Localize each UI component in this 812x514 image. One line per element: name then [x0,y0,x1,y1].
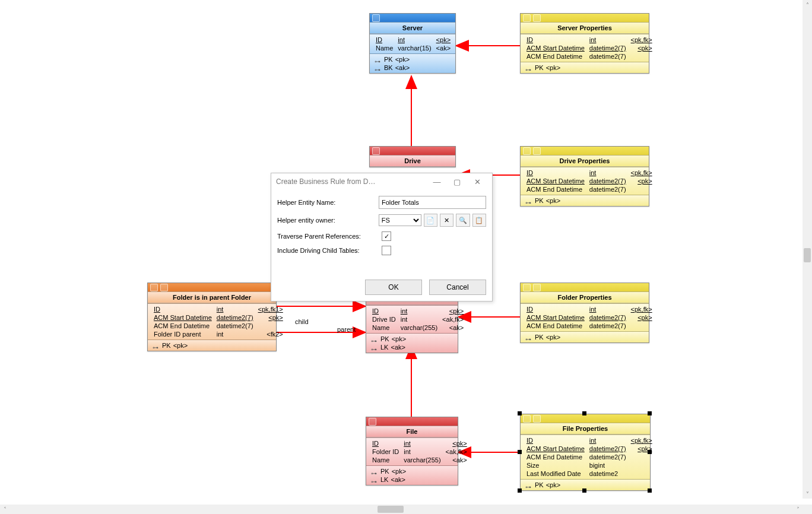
entity-title: File Properties [521,423,650,434]
edge-label-child: child [295,318,309,325]
entity-keys: PK<pk>LK<ak> [366,333,458,353]
entity-keys: PK<pk> [521,331,649,342]
scroll-right-button[interactable]: ˃ [793,505,803,514]
selection-handle[interactable] [518,450,522,454]
clock-icon [533,284,541,291]
entity-keys: PK<pk>BK<ak> [370,53,455,73]
traverse-parent-refs-label: Traverse Parent References: [277,233,382,240]
horizontal-scroll-thumb[interactable] [378,506,404,513]
dialog-title: Create Business Rule from D… [276,177,375,186]
entity-server-properties[interactable]: Server Properties IDint<pk,fk>ACM Start … [520,13,649,74]
diagram-canvas[interactable]: child parent Server IDint<pk>Namevarchar… [0,0,803,499]
include-driving-child-label: Include Driving Child Tables: [277,247,382,254]
entity-columns: IDint<pk,fk>ACM Start Datetimedatetime2(… [521,34,649,62]
entity-columns: IDint<pk>Drive IDint<ak,fk>Namevarchar(2… [366,305,458,333]
entity-title: Drive Properties [521,155,649,167]
entity-title: Server [370,22,455,34]
table-icon [372,147,380,155]
horizontal-scrollbar[interactable]: ˂ ˃ [0,505,803,514]
entity-columns: IDint<pk>Namevarchar(15)<ak> [370,34,455,53]
owner-properties-button[interactable]: 📋 [472,214,486,227]
maximize-button[interactable]: ▢ [447,175,467,188]
entity-title: File [366,426,458,437]
entity-title: Drive [370,155,455,167]
dialog-titlebar[interactable]: Create Business Rule from D… — ▢ ✕ [271,173,492,190]
selection-handle[interactable] [648,488,652,493]
entity-file-properties[interactable]: File Properties IDint<pk,fk>ACM Start Da… [520,414,651,491]
entity-columns: IDint<pk>Folder IDint<ak,fk>Namevarchar(… [366,437,458,465]
table-icon [150,284,158,291]
new-owner-button[interactable]: 📄 [424,214,437,227]
minimize-button[interactable]: — [427,175,447,188]
entity-folder-properties[interactable]: Folder Properties IDint<pk,fk>ACM Start … [520,283,649,343]
clear-owner-button[interactable]: ✕ [440,214,453,227]
close-button[interactable]: ✕ [467,175,487,188]
table-icon [523,284,531,291]
selection-handle[interactable] [582,411,586,415]
vertical-scrollbar[interactable]: ˄ ˅ [803,0,812,499]
clock-icon [160,284,168,291]
helper-entity-name-label: Helper Entity Name: [277,199,379,206]
entity-keys: PK<pk> [521,195,649,206]
clock-icon [533,14,541,22]
edge-label-parent: parent [337,326,356,333]
clock-icon [533,147,541,155]
table-icon [369,418,376,426]
entity-columns: IDint<pk,fk>ACM Start Datetimedatetime2(… [521,303,649,331]
scroll-left-button[interactable]: ˂ [0,505,9,514]
include-driving-child-checkbox[interactable] [382,246,391,255]
entity-columns: IDint<pk,fk1>ACM Start Datetimedatetime2… [148,303,276,340]
table-icon [372,14,380,22]
entity-title: Folder is in parent Folder [148,291,276,303]
entity-drive[interactable]: Drive [369,146,456,167]
browse-owner-button[interactable]: 🔍 [456,214,470,227]
entity-columns: IDint<pk,fk>ACM Start Datetimedatetime2(… [521,434,650,479]
scrollbar-corner [803,505,812,514]
entity-server[interactable]: Server IDint<pk>Namevarchar(15)<ak> PK<p… [369,13,456,74]
table-icon [523,415,531,423]
entity-keys: PK<pk>LK<ak> [366,465,458,485]
entity-keys: PK<pk> [521,62,649,73]
helper-entity-name-field[interactable] [379,196,486,209]
entity-title: Folder Properties [521,291,649,303]
scroll-down-button[interactable]: ˅ [803,489,812,499]
entity-columns: IDint<pk,fk>ACM Start Datetimedatetime2(… [521,167,649,195]
selection-handle[interactable] [648,450,652,454]
traverse-parent-refs-checkbox[interactable]: ✓ [382,231,391,241]
entity-drive-properties[interactable]: Drive Properties IDint<pk,fk>ACM Start D… [520,146,649,207]
create-business-rule-dialog: Create Business Rule from D… — ▢ ✕ Helpe… [271,173,493,302]
helper-entity-owner-label: Helper entity owner: [277,217,379,224]
table-icon [523,147,531,155]
table-icon [523,14,531,22]
selection-handle[interactable] [518,488,522,493]
selection-handle[interactable] [582,488,586,493]
entity-file[interactable]: File IDint<pk>Folder IDint<ak,fk>Namevar… [366,417,458,486]
vertical-scroll-thumb[interactable] [804,248,811,262]
entity-keys: PK<pk> [148,340,276,351]
scroll-up-button[interactable]: ˄ [803,0,812,9]
entity-folder-is-in-parent-folder[interactable]: Folder is in parent Folder IDint<pk,fk1>… [147,283,277,351]
cancel-button[interactable]: Cancel [429,280,486,295]
selection-handle[interactable] [518,411,522,415]
ok-button[interactable]: OK [365,280,422,295]
entity-title: Server Properties [521,22,649,34]
selection-handle[interactable] [648,411,652,415]
entity-folder[interactable]: Folder IDint<pk>Drive IDint<ak,fk>Nameva… [366,293,458,353]
clock-icon [533,415,541,423]
helper-entity-owner-select[interactable]: FS [379,214,421,226]
